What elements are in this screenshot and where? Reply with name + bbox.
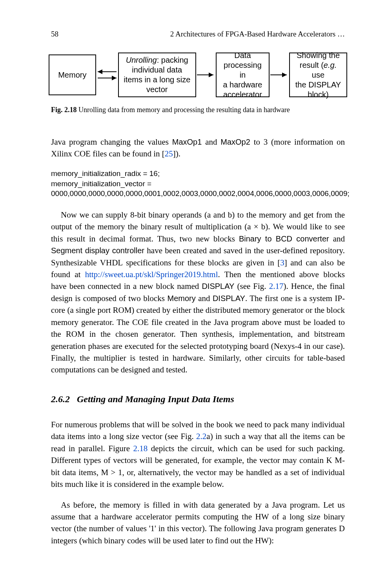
code-line-2: memory_initialization_vector = [51,179,345,189]
p1-text-c: ]). [173,149,180,158]
paragraph-3: For numerous problems that will be solve… [51,419,345,490]
show-eg-italic: e.g. [324,61,337,69]
figure-box-showing-result: Showing the result (e.g. use the DISPLAY… [289,53,347,97]
p1-maxop1: MaxOp1 [172,138,202,146]
figure-box-memory-label: Memory [53,70,92,80]
paragraph-2: Now we can supply 8-bit binary operands … [51,209,345,376]
arrow-right-1 [196,70,216,80]
figure-ref-2-17[interactable]: 2.17 [269,281,284,291]
figure-2-18: Memory Unrolling: packing individual dat… [49,53,347,97]
figure-box-show-line1: Showing the [293,51,343,60]
show-l2b: use [312,71,324,79]
citation-25[interactable]: 25 [165,149,173,158]
p2-segment-display: Segment display controller [51,246,144,255]
citation-3[interactable]: 3 [280,258,284,267]
figure-box-show-line2: result (e.g. use [293,60,343,80]
code-block: memory_initialization_radix = 16; memory… [51,169,345,199]
p2-f: (see Fig. [234,281,269,291]
section-heading: 2.6.2 Getting and Managing Input Data It… [51,394,345,405]
figure-caption-text: Unrolling data from memory and processin… [77,106,290,114]
figure-caption-label: Fig. 2.18 [51,106,77,114]
p2-memory: Memory [167,294,195,303]
figure-box-data-line1: Data [220,51,266,60]
code-line-3: 0000,0000,0000,0000,0000,0001,0002,0003,… [51,189,345,199]
p2-display2: DISPLAY [213,294,245,303]
p2-b: and [329,234,345,243]
figure-box-show-line3: the DISPLAY [293,80,343,90]
section-title: Getting and Managing Input Data Items [77,394,234,404]
figure-ref-2-18[interactable]: 2.18 [133,444,148,453]
running-title: 2 Architectures of FPGA-Based Hardware A… [170,30,345,38]
figure-box-data-line3: a hardware [220,80,266,90]
page-number: 58 [51,30,58,38]
p2-binary-to-bcd: Binary to BCD converter [239,234,329,243]
figure-box-unrolling-line3: items in a long size [122,75,192,85]
figure-box-unrolling-line2: individual data [122,65,192,75]
p4-text: As before, the memory is filled in with … [51,500,345,545]
figure-box-memory: Memory [49,54,96,95]
figure-box-data-processing: Data processing in a hardware accelerato… [216,53,270,97]
figure-box-unrolling-line4: vector [122,85,192,94]
arrow-right-2 [270,70,289,80]
paragraph-4: As before, the memory is filled in with … [51,499,345,547]
page: 58 2 Architectures of FPGA-Based Hardwar… [0,0,388,588]
figure-box-data-line4: accelerator [220,90,266,100]
p1-and: and [202,137,220,147]
p2-i: . The first one is a system IP-core (a s… [51,294,345,375]
p2-display: DISPLAY [202,282,234,290]
show-l2a: result ( [300,61,324,69]
figure-box-show-line4: block) [293,90,343,100]
figure-box-unrolling-line1: Unrolling: packing [122,55,192,65]
figure-ref-2-2[interactable]: 2.2 [196,432,206,441]
section-number: 2.6.2 [51,394,70,404]
p2-h: and [196,294,213,303]
figure-caption: Fig. 2.18 Unrolling data from memory and… [51,106,345,114]
p1-text-a: Java program changing the values [51,137,172,147]
figure-box-unrolling: Unrolling: packing individual data items… [118,53,196,97]
figure-box-data-line2: processing in [220,60,266,80]
page-header: 58 2 Architectures of FPGA-Based Hardwar… [51,30,345,38]
paragraph-1: Java program changing the values MaxOp1 … [51,136,345,160]
unrolling-tail: : packing [157,56,188,64]
code-line-1: memory_initialization_radix = 16; [51,169,345,179]
unrolling-italic: Unrolling [126,56,157,64]
external-link-url[interactable]: http://sweet.ua.pt/skl/Springer2019.html [85,270,218,279]
arrow-bidirectional [96,64,118,86]
p1-maxop2: MaxOp2 [220,138,250,146]
